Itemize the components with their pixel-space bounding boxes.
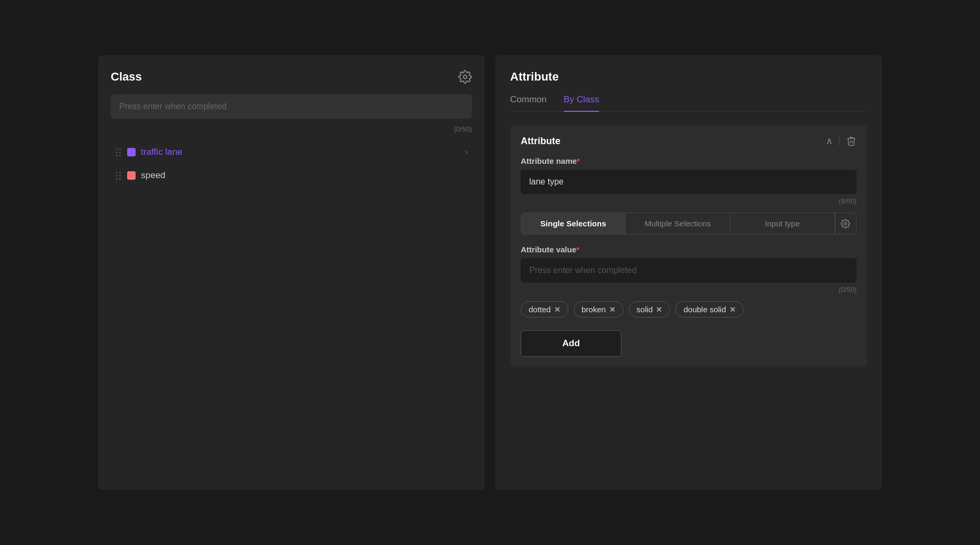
type-settings-icon[interactable] bbox=[835, 213, 856, 234]
header-actions: ∧ bbox=[826, 135, 857, 147]
divider bbox=[839, 136, 840, 146]
tab-common[interactable]: Common bbox=[510, 94, 547, 111]
tabs-row: Common By Class bbox=[510, 94, 867, 112]
tag-remove-double-solid[interactable]: ✕ bbox=[729, 305, 736, 314]
chevron-right-icon: › bbox=[465, 147, 468, 157]
tag-label: double solid bbox=[683, 305, 726, 314]
svg-point-0 bbox=[464, 75, 467, 79]
tag-double-solid: double solid ✕ bbox=[675, 301, 743, 318]
class-list: traffic lane › speed bbox=[111, 142, 472, 186]
collapse-icon[interactable]: ∧ bbox=[826, 135, 833, 147]
attr-value-char-count: (0/50) bbox=[521, 286, 857, 294]
tab-input-type[interactable]: Input type bbox=[730, 213, 835, 234]
delete-icon[interactable] bbox=[846, 136, 857, 146]
class-name-traffic-lane: traffic lane bbox=[141, 147, 460, 157]
search-input-container bbox=[111, 94, 472, 119]
settings-icon[interactable] bbox=[458, 70, 472, 84]
attribute-section-header: Attribute ∧ bbox=[521, 135, 857, 147]
type-tabs-row: Single Selections Multiple Selections In… bbox=[521, 213, 857, 234]
tab-single-selections[interactable]: Single Selections bbox=[521, 213, 626, 234]
attr-name-input[interactable] bbox=[521, 170, 857, 194]
class-color-swatch bbox=[127, 171, 136, 180]
attr-name-char-count: (9/50) bbox=[521, 197, 857, 205]
list-item[interactable]: traffic lane › bbox=[111, 142, 472, 163]
drag-handle[interactable] bbox=[115, 171, 122, 181]
tag-label: dotted bbox=[529, 305, 551, 314]
attribute-section-title: Attribute bbox=[521, 136, 560, 147]
left-panel-header: Class bbox=[111, 70, 472, 84]
tag-label: broken bbox=[582, 305, 606, 314]
right-panel: Attribute Common By Class Attribute ∧ bbox=[495, 55, 882, 490]
left-panel: Class (0/50) traffic lane › bbox=[98, 55, 485, 490]
tab-multiple-selections[interactable]: Multiple Selections bbox=[626, 213, 730, 234]
svg-point-1 bbox=[844, 222, 847, 225]
tag-remove-dotted[interactable]: ✕ bbox=[554, 305, 560, 314]
attribute-section: Attribute ∧ Attribute name* (9/50) bbox=[510, 125, 867, 367]
tag-broken: broken ✕ bbox=[574, 301, 623, 318]
add-button[interactable]: Add bbox=[521, 330, 621, 357]
tag-solid: solid ✕ bbox=[629, 301, 671, 318]
drag-handle[interactable] bbox=[115, 147, 122, 157]
left-panel-title: Class bbox=[111, 70, 142, 84]
tag-dotted: dotted ✕ bbox=[521, 301, 568, 318]
tab-by-class[interactable]: By Class bbox=[564, 94, 599, 111]
attr-name-label: Attribute name* bbox=[521, 156, 857, 165]
list-item[interactable]: speed bbox=[111, 165, 472, 186]
attr-value-label: Attribute value* bbox=[521, 245, 857, 254]
class-color-swatch bbox=[127, 148, 136, 156]
tags-row: dotted ✕ broken ✕ solid ✕ double solid ✕ bbox=[521, 301, 857, 318]
right-panel-title: Attribute bbox=[510, 70, 867, 84]
class-name-speed: speed bbox=[141, 170, 468, 181]
class-search-input[interactable] bbox=[111, 94, 472, 119]
attr-value-input[interactable] bbox=[521, 258, 857, 283]
tag-remove-solid[interactable]: ✕ bbox=[656, 305, 662, 314]
tag-remove-broken[interactable]: ✕ bbox=[609, 305, 616, 314]
tag-label: solid bbox=[637, 305, 653, 314]
class-count-label: (0/50) bbox=[111, 125, 472, 133]
